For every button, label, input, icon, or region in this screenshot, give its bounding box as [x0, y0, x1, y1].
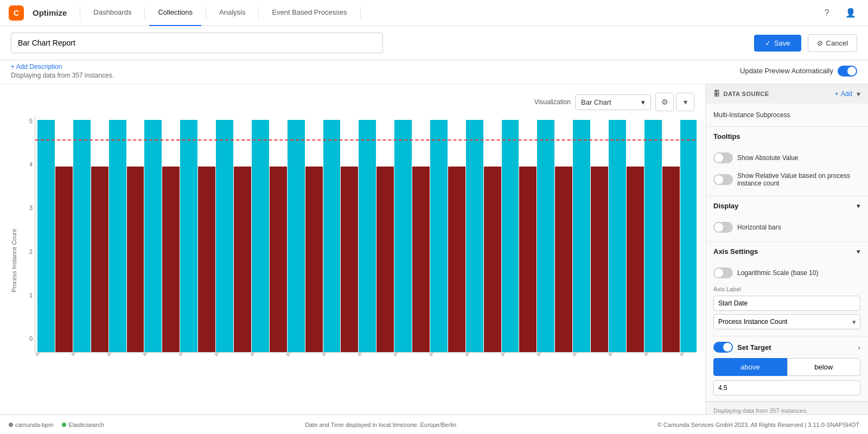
content-area: ✓ Save ⊘ Cancel Add Description Displayi…: [0, 26, 868, 434]
help-button[interactable]: ?: [818, 4, 835, 22]
add-source-button[interactable]: + Add: [835, 90, 852, 98]
bar-group[interactable]: [680, 120, 697, 352]
bar-blue[interactable]: [109, 120, 126, 352]
bar-blue[interactable]: [37, 120, 55, 352]
bar-group[interactable]: [109, 120, 144, 352]
bar-blue[interactable]: [502, 120, 519, 352]
data-source-expand[interactable]: ▾: [857, 90, 860, 98]
bar-blue[interactable]: [252, 120, 269, 352]
bar-blue[interactable]: [430, 120, 448, 352]
nav-event-based[interactable]: Event Based Processes: [263, 0, 355, 26]
bar-blue[interactable]: [573, 120, 590, 352]
bar-red[interactable]: [591, 167, 608, 352]
bar-red[interactable]: [55, 167, 73, 352]
bar-group[interactable]: [144, 120, 180, 352]
nav-divider-4: [258, 7, 259, 20]
bar-red[interactable]: [555, 167, 572, 352]
y-tick-0: 0: [20, 335, 35, 342]
bar-blue[interactable]: [288, 120, 305, 352]
bar-red[interactable]: [198, 167, 215, 352]
save-button[interactable]: ✓ Save: [754, 35, 801, 52]
add-description-link[interactable]: Add Description: [11, 63, 62, 71]
show-absolute-toggle[interactable]: [713, 152, 733, 163]
viz-settings-button[interactable]: ⚙: [655, 93, 674, 111]
x-axis-input[interactable]: [713, 296, 860, 311]
bar-red[interactable]: [341, 167, 358, 352]
bar-red[interactable]: [127, 167, 144, 352]
main-area: Visualization Bar Chart ▾ ⚙ ▾ Process In…: [0, 84, 868, 414]
viz-select[interactable]: Bar Chart ▾: [575, 94, 651, 110]
nav-dashboards[interactable]: Dashboards: [85, 0, 140, 26]
auto-preview-switch[interactable]: [838, 66, 857, 76]
set-target-expand[interactable]: ›: [858, 343, 860, 352]
bar-red[interactable]: [484, 167, 501, 352]
bar-blue[interactable]: [537, 120, 554, 352]
bar-red[interactable]: [627, 167, 644, 352]
x-axis-container: 2022-10-25 16:09:412022-10-25 16:09:4420…: [20, 353, 697, 396]
bar-group[interactable]: [466, 120, 501, 352]
bar-red[interactable]: [91, 167, 108, 352]
viz-expand-button[interactable]: ▾: [676, 93, 694, 111]
set-target-section: Set Target › above below: [706, 336, 868, 401]
bar-group[interactable]: [502, 120, 537, 352]
bar-group[interactable]: [180, 120, 215, 352]
bar-group[interactable]: [288, 120, 323, 352]
bottom-notice: Displaying data from 357 instances.: [706, 401, 868, 414]
tooltips-header[interactable]: Tooltips: [706, 127, 868, 146]
bar-group[interactable]: [73, 120, 108, 352]
bar-blue[interactable]: [644, 120, 662, 352]
report-title-input[interactable]: [11, 33, 383, 53]
bar-red[interactable]: [448, 167, 465, 352]
bar-group[interactable]: [394, 120, 430, 352]
nav-analysis[interactable]: Analysis: [210, 0, 254, 26]
bar-red[interactable]: [519, 167, 537, 352]
bar-group[interactable]: [609, 120, 644, 352]
bar-blue[interactable]: [144, 120, 162, 352]
bar-group[interactable]: [537, 120, 572, 352]
bar-group[interactable]: [37, 120, 73, 352]
above-button[interactable]: above: [713, 358, 787, 376]
horizontal-bars-toggle[interactable]: [713, 222, 733, 233]
bar-blue[interactable]: [323, 120, 341, 352]
target-value-input[interactable]: [713, 380, 860, 395]
set-target-label: Set Target: [713, 342, 771, 353]
bar-blue[interactable]: [73, 120, 91, 352]
data-source-title: 🗄 DATA SOURCE: [713, 90, 769, 98]
bar-group[interactable]: [216, 120, 251, 352]
bar-group[interactable]: [359, 120, 394, 352]
bar-red[interactable]: [412, 167, 430, 352]
bar-blue[interactable]: [394, 120, 412, 352]
bar-red[interactable]: [234, 167, 251, 352]
user-button[interactable]: 👤: [842, 4, 859, 22]
logarithmic-toggle[interactable]: [713, 267, 733, 278]
bar-blue[interactable]: [680, 120, 697, 352]
bar-blue[interactable]: [180, 120, 197, 352]
bar-group[interactable]: [430, 120, 465, 352]
bar-red[interactable]: [270, 167, 287, 352]
bar-blue[interactable]: [216, 120, 233, 352]
bar-blue[interactable]: [466, 120, 483, 352]
bar-group[interactable]: [573, 120, 608, 352]
chart-inner: 5 4 3 2 1 0: [20, 116, 697, 406]
bar-red[interactable]: [162, 167, 180, 352]
set-target-toggle[interactable]: [713, 342, 733, 353]
below-button[interactable]: below: [787, 358, 861, 376]
show-relative-toggle[interactable]: [713, 174, 733, 185]
status-elasticsearch: Elasticsearch: [62, 422, 104, 428]
bar-group[interactable]: [644, 120, 680, 352]
bar-red[interactable]: [662, 167, 680, 352]
axis-settings-header[interactable]: Axis Settings ▾: [706, 242, 868, 261]
display-header[interactable]: Display ▾: [706, 196, 868, 215]
x-axis-label: 2022-10-25 16:10:35: [679, 353, 697, 357]
cancel-button[interactable]: ⊘ Cancel: [808, 34, 857, 52]
bar-red[interactable]: [305, 167, 323, 352]
nav-collections[interactable]: Collections: [149, 0, 201, 26]
bar-blue[interactable]: [359, 120, 376, 352]
bar-blue[interactable]: [609, 120, 626, 352]
bar-group[interactable]: [323, 120, 359, 352]
data-source-content: Multi-Instance Subprocess: [706, 104, 868, 126]
y-axis-select[interactable]: Process Instance Count: [713, 314, 860, 329]
bar-group[interactable]: [252, 120, 287, 352]
logarithmic-label: Logarithmic Scale (base 10): [737, 269, 860, 277]
bar-red[interactable]: [376, 167, 394, 352]
